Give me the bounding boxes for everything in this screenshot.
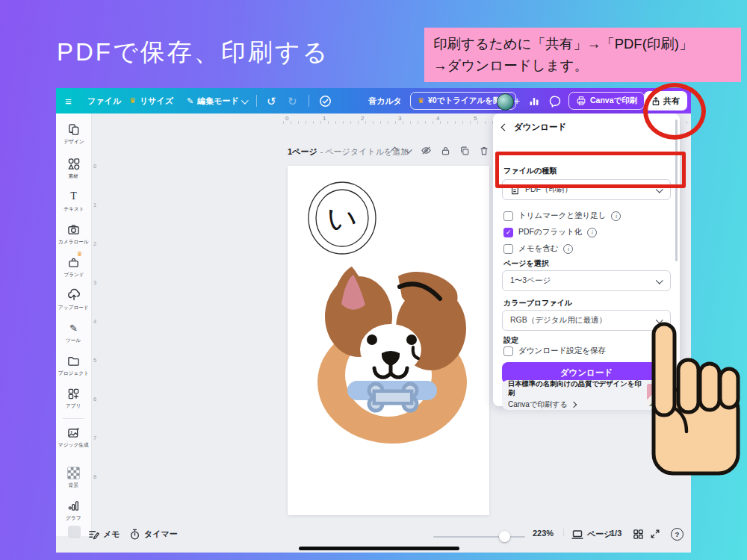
trash-icon[interactable] [479,146,489,156]
ruler-number: 1 [323,115,326,122]
design-icon [67,122,81,136]
add-member-button[interactable]: + [514,88,520,113]
page-count: 1/3 [610,529,622,538]
promo-link[interactable]: Canvaで印刷する [508,399,647,410]
sidebar-item-camera-roll[interactable]: カメラロール [56,223,91,246]
chevron-right-icon [570,401,576,407]
page-view-button[interactable]: ページ [571,529,613,540]
design-page[interactable]: い [288,166,489,515]
tutorial-slide: PDFで保存、印刷する 印刷するために「共有」→「PDF(印刷)」 →ダウンロー… [0,0,747,560]
select-pages-dropdown[interactable]: 1〜3ページ [502,270,671,291]
crown-icon: ♛ [129,97,136,105]
ruler-number: 4 [436,115,439,122]
move-up-icon[interactable] [391,147,399,155]
sidebar-item-text[interactable]: T テキスト [56,190,91,213]
ruler-number: 1 [93,202,96,208]
camera-icon [67,223,81,236]
main-menu-button[interactable]: ≡ [65,88,72,113]
panel-back-button[interactable]: ダウンロード [502,122,566,133]
sidebar-item-charts[interactable]: グラフ [56,499,91,522]
zoom-slider[interactable] [433,536,525,538]
move-down-icon[interactable] [405,146,412,154]
promo-title: 日本標準の名刺向けの品質でデザインを印刷 [508,380,647,396]
duplicate-icon[interactable] [459,146,470,156]
include-notes-checkbox-row[interactable]: メモを含む i [503,243,573,254]
question-icon: ? [671,528,684,541]
checkerboard-icon [67,466,81,479]
file-menu[interactable]: ファイル [87,88,121,113]
notes-icon [88,529,99,540]
grid-icon [633,529,644,540]
timer-button[interactable]: タイマー [129,529,178,540]
sidebar-item-tools[interactable]: ✎ ツール [56,321,91,344]
trim-marks-checkbox-row[interactable]: トリムマークと塗り足し i [503,211,621,221]
ruler-number: 8 [93,473,96,480]
zoom-level[interactable]: 223% [533,529,554,538]
redo-icon: ↻ [288,96,297,107]
expand-icon [650,529,660,539]
cloud-save-status-button[interactable] [319,88,332,113]
ruler-number: 2 [93,240,96,247]
photos-icon[interactable] [68,526,81,538]
page-view-icon [571,529,583,540]
elements-icon [67,157,81,170]
apps-icon [67,387,81,400]
insights-button[interactable] [528,88,540,113]
timer-icon [129,529,140,540]
sidebar-item-uploads[interactable]: アップロード [56,288,91,311]
home-indicator [299,547,459,550]
ruler-number: 2 [361,115,364,122]
info-icon: i [611,211,621,221]
panel-scrollbar[interactable] [675,119,678,261]
ruler-number: 5 [474,115,477,122]
toolbar-divider [256,95,257,107]
notes-button[interactable]: メモ [88,529,120,540]
pointing-hand-cursor [637,321,746,476]
toolbar-divider [309,95,309,107]
settings-label: 設定 [503,335,518,346]
lock-icon[interactable] [441,146,450,156]
plus-icon: + [514,96,520,106]
redo-button[interactable]: ↻ [288,88,297,113]
magic-image-icon [67,426,81,439]
cloud-upload-icon [67,288,81,302]
info-icon: i [563,244,573,254]
ruler-number: 7 [93,435,96,441]
crown-icon: ♛ [76,250,82,258]
grid-view-button[interactable] [633,529,644,540]
hide-eye-icon[interactable] [421,145,432,156]
sidebar-item-background[interactable]: 背景 [56,466,91,489]
ruler-number: 5 [93,357,96,364]
page-header: 1ページ - ページタイトルを追加 [288,146,409,157]
zoom-slider-knob[interactable] [499,531,510,542]
sidebar-item-design[interactable]: デザイン [56,122,91,146]
pencil-icon: ✎ [187,97,193,105]
checkbox-unchecked [503,244,513,254]
comments-button[interactable] [549,88,562,113]
undo-button[interactable]: ↺ [267,88,276,113]
flatten-pdf-checkbox-row[interactable]: PDFのフラット化 i [503,227,597,237]
sidebar-item-brand[interactable]: ♛ ブランド [56,255,91,279]
sidebar-item-magic-generate[interactable]: マジック生成 [56,426,91,449]
color-profile-label: カラープロファイル [503,298,572,308]
callout-line-2: →ダウンロードします。 [433,55,732,77]
sidebar-item-apps[interactable]: アプリ [56,387,91,410]
help-button[interactable]: ? [671,528,684,541]
sidebar-item-projects[interactable]: プロジェクト [56,354,91,377]
resize-menu[interactable]: ♛ リサイズ [129,88,173,113]
save-settings-checkbox-row[interactable]: ダウンロード設定を保存 [503,346,606,356]
canva-print-button[interactable]: Canvaで印刷 [568,92,645,110]
checkbox-checked [503,228,513,237]
document-title[interactable]: 音カルタ [368,88,402,113]
ruler-number: 4 [93,318,96,325]
pencil-icon: ✎ [67,321,81,335]
statusbar-divider: | [562,527,565,536]
fullscreen-button[interactable] [650,529,660,539]
avatar[interactable] [497,93,514,111]
ruler-number: 3 [398,115,401,122]
ruler-number: 6 [93,396,96,402]
cloud-check-icon [319,95,332,108]
sidebar-item-elements[interactable]: 素材 [56,157,91,180]
edit-mode-menu[interactable]: ✎ 編集モード [187,88,248,113]
brand-icon: ♛ [67,255,81,269]
